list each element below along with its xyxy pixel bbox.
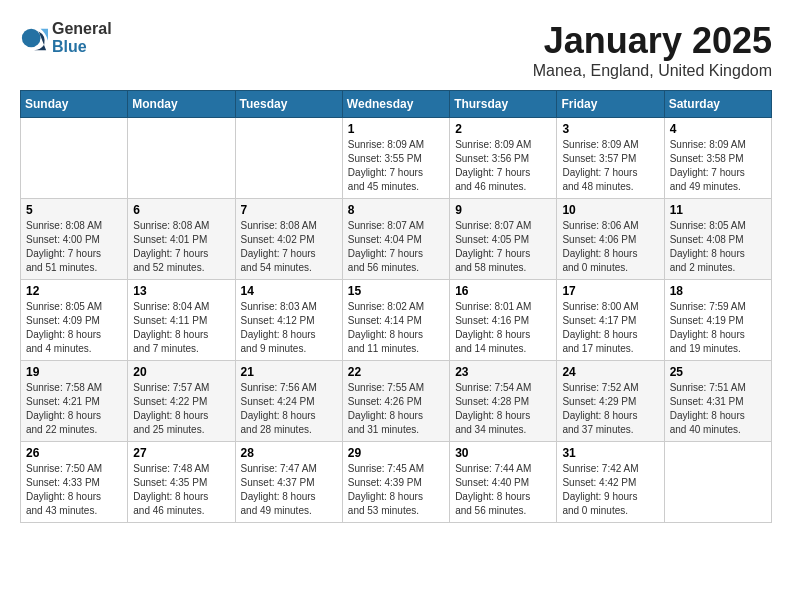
weekday-header-friday: Friday — [557, 91, 664, 118]
day-info: Sunrise: 8:09 AM Sunset: 3:55 PM Dayligh… — [348, 138, 444, 194]
calendar-cell: 3Sunrise: 8:09 AM Sunset: 3:57 PM Daylig… — [557, 118, 664, 199]
day-number: 15 — [348, 284, 444, 298]
location-title: Manea, England, United Kingdom — [533, 62, 772, 80]
day-number: 3 — [562, 122, 658, 136]
weekday-header-thursday: Thursday — [450, 91, 557, 118]
day-number: 26 — [26, 446, 122, 460]
day-number: 17 — [562, 284, 658, 298]
logo-general-text: General — [52, 20, 112, 37]
calendar-cell: 1Sunrise: 8:09 AM Sunset: 3:55 PM Daylig… — [342, 118, 449, 199]
weekday-header-tuesday: Tuesday — [235, 91, 342, 118]
calendar-cell: 23Sunrise: 7:54 AM Sunset: 4:28 PM Dayli… — [450, 361, 557, 442]
day-number: 18 — [670, 284, 766, 298]
day-number: 28 — [241, 446, 337, 460]
calendar-cell: 13Sunrise: 8:04 AM Sunset: 4:11 PM Dayli… — [128, 280, 235, 361]
day-info: Sunrise: 7:52 AM Sunset: 4:29 PM Dayligh… — [562, 381, 658, 437]
day-info: Sunrise: 8:08 AM Sunset: 4:01 PM Dayligh… — [133, 219, 229, 275]
calendar-cell — [664, 442, 771, 523]
day-number: 5 — [26, 203, 122, 217]
week-row-3: 12Sunrise: 8:05 AM Sunset: 4:09 PM Dayli… — [21, 280, 772, 361]
title-block: January 2025 Manea, England, United King… — [533, 20, 772, 80]
day-number: 24 — [562, 365, 658, 379]
calendar-cell: 14Sunrise: 8:03 AM Sunset: 4:12 PM Dayli… — [235, 280, 342, 361]
calendar-cell: 26Sunrise: 7:50 AM Sunset: 4:33 PM Dayli… — [21, 442, 128, 523]
calendar-cell: 25Sunrise: 7:51 AM Sunset: 4:31 PM Dayli… — [664, 361, 771, 442]
day-info: Sunrise: 8:05 AM Sunset: 4:09 PM Dayligh… — [26, 300, 122, 356]
calendar-cell: 28Sunrise: 7:47 AM Sunset: 4:37 PM Dayli… — [235, 442, 342, 523]
day-info: Sunrise: 7:56 AM Sunset: 4:24 PM Dayligh… — [241, 381, 337, 437]
calendar-cell — [235, 118, 342, 199]
week-row-1: 1Sunrise: 8:09 AM Sunset: 3:55 PM Daylig… — [21, 118, 772, 199]
calendar-cell: 31Sunrise: 7:42 AM Sunset: 4:42 PM Dayli… — [557, 442, 664, 523]
calendar-cell: 2Sunrise: 8:09 AM Sunset: 3:56 PM Daylig… — [450, 118, 557, 199]
calendar-cell: 7Sunrise: 8:08 AM Sunset: 4:02 PM Daylig… — [235, 199, 342, 280]
week-row-4: 19Sunrise: 7:58 AM Sunset: 4:21 PM Dayli… — [21, 361, 772, 442]
day-info: Sunrise: 7:42 AM Sunset: 4:42 PM Dayligh… — [562, 462, 658, 518]
day-info: Sunrise: 7:44 AM Sunset: 4:40 PM Dayligh… — [455, 462, 551, 518]
calendar-cell — [128, 118, 235, 199]
day-number: 27 — [133, 446, 229, 460]
calendar-cell: 29Sunrise: 7:45 AM Sunset: 4:39 PM Dayli… — [342, 442, 449, 523]
day-info: Sunrise: 7:55 AM Sunset: 4:26 PM Dayligh… — [348, 381, 444, 437]
calendar-cell: 16Sunrise: 8:01 AM Sunset: 4:16 PM Dayli… — [450, 280, 557, 361]
day-info: Sunrise: 8:07 AM Sunset: 4:05 PM Dayligh… — [455, 219, 551, 275]
day-info: Sunrise: 7:45 AM Sunset: 4:39 PM Dayligh… — [348, 462, 444, 518]
calendar-cell: 4Sunrise: 8:09 AM Sunset: 3:58 PM Daylig… — [664, 118, 771, 199]
calendar-cell: 6Sunrise: 8:08 AM Sunset: 4:01 PM Daylig… — [128, 199, 235, 280]
day-number: 2 — [455, 122, 551, 136]
svg-point-0 — [22, 29, 41, 48]
weekday-header-saturday: Saturday — [664, 91, 771, 118]
day-number: 20 — [133, 365, 229, 379]
calendar-cell: 15Sunrise: 8:02 AM Sunset: 4:14 PM Dayli… — [342, 280, 449, 361]
calendar-cell: 18Sunrise: 7:59 AM Sunset: 4:19 PM Dayli… — [664, 280, 771, 361]
day-number: 10 — [562, 203, 658, 217]
calendar-cell: 24Sunrise: 7:52 AM Sunset: 4:29 PM Dayli… — [557, 361, 664, 442]
day-info: Sunrise: 8:06 AM Sunset: 4:06 PM Dayligh… — [562, 219, 658, 275]
day-info: Sunrise: 8:08 AM Sunset: 4:02 PM Dayligh… — [241, 219, 337, 275]
day-number: 31 — [562, 446, 658, 460]
weekday-header-sunday: Sunday — [21, 91, 128, 118]
day-info: Sunrise: 7:54 AM Sunset: 4:28 PM Dayligh… — [455, 381, 551, 437]
day-number: 1 — [348, 122, 444, 136]
calendar-table: SundayMondayTuesdayWednesdayThursdayFrid… — [20, 90, 772, 523]
day-number: 21 — [241, 365, 337, 379]
logo-icon — [20, 24, 48, 52]
day-number: 29 — [348, 446, 444, 460]
calendar-cell — [21, 118, 128, 199]
day-info: Sunrise: 8:07 AM Sunset: 4:04 PM Dayligh… — [348, 219, 444, 275]
page-header: General Blue January 2025 Manea, England… — [20, 20, 772, 80]
day-info: Sunrise: 8:04 AM Sunset: 4:11 PM Dayligh… — [133, 300, 229, 356]
day-info: Sunrise: 8:09 AM Sunset: 3:56 PM Dayligh… — [455, 138, 551, 194]
day-number: 6 — [133, 203, 229, 217]
day-number: 23 — [455, 365, 551, 379]
calendar-cell: 11Sunrise: 8:05 AM Sunset: 4:08 PM Dayli… — [664, 199, 771, 280]
day-info: Sunrise: 8:01 AM Sunset: 4:16 PM Dayligh… — [455, 300, 551, 356]
day-number: 25 — [670, 365, 766, 379]
calendar-cell: 12Sunrise: 8:05 AM Sunset: 4:09 PM Dayli… — [21, 280, 128, 361]
month-title: January 2025 — [533, 20, 772, 62]
day-info: Sunrise: 8:09 AM Sunset: 3:57 PM Dayligh… — [562, 138, 658, 194]
week-row-5: 26Sunrise: 7:50 AM Sunset: 4:33 PM Dayli… — [21, 442, 772, 523]
day-info: Sunrise: 7:59 AM Sunset: 4:19 PM Dayligh… — [670, 300, 766, 356]
day-number: 8 — [348, 203, 444, 217]
day-info: Sunrise: 8:09 AM Sunset: 3:58 PM Dayligh… — [670, 138, 766, 194]
calendar-cell: 30Sunrise: 7:44 AM Sunset: 4:40 PM Dayli… — [450, 442, 557, 523]
calendar-cell: 21Sunrise: 7:56 AM Sunset: 4:24 PM Dayli… — [235, 361, 342, 442]
day-number: 9 — [455, 203, 551, 217]
calendar-cell: 17Sunrise: 8:00 AM Sunset: 4:17 PM Dayli… — [557, 280, 664, 361]
day-number: 11 — [670, 203, 766, 217]
day-number: 13 — [133, 284, 229, 298]
calendar-cell: 8Sunrise: 8:07 AM Sunset: 4:04 PM Daylig… — [342, 199, 449, 280]
day-info: Sunrise: 8:02 AM Sunset: 4:14 PM Dayligh… — [348, 300, 444, 356]
day-info: Sunrise: 7:50 AM Sunset: 4:33 PM Dayligh… — [26, 462, 122, 518]
logo: General Blue — [20, 20, 112, 56]
day-info: Sunrise: 7:57 AM Sunset: 4:22 PM Dayligh… — [133, 381, 229, 437]
day-info: Sunrise: 7:48 AM Sunset: 4:35 PM Dayligh… — [133, 462, 229, 518]
calendar-cell: 27Sunrise: 7:48 AM Sunset: 4:35 PM Dayli… — [128, 442, 235, 523]
day-info: Sunrise: 8:00 AM Sunset: 4:17 PM Dayligh… — [562, 300, 658, 356]
calendar-cell: 5Sunrise: 8:08 AM Sunset: 4:00 PM Daylig… — [21, 199, 128, 280]
day-number: 7 — [241, 203, 337, 217]
calendar-cell: 19Sunrise: 7:58 AM Sunset: 4:21 PM Dayli… — [21, 361, 128, 442]
day-number: 16 — [455, 284, 551, 298]
day-info: Sunrise: 8:05 AM Sunset: 4:08 PM Dayligh… — [670, 219, 766, 275]
